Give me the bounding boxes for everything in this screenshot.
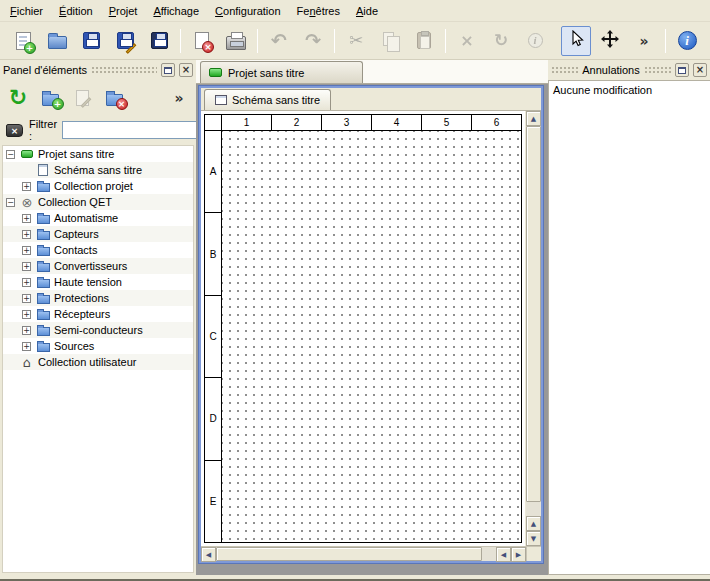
tree-expander-plus[interactable]: + [22, 246, 31, 255]
close-panel-button[interactable]: × [693, 63, 707, 77]
tab-schema-sans-titre[interactable]: Schéma sans titre [204, 89, 331, 110]
toolbar-overflow-button[interactable]: » [629, 26, 659, 56]
reload-collections-button[interactable]: ↻ [4, 84, 32, 112]
menu-configuration[interactable]: Configuration [207, 0, 288, 21]
tree-item-automatisme[interactable]: +Automatisme [3, 210, 193, 226]
save-as-button[interactable] [110, 26, 140, 56]
ruler-row-label: B [205, 213, 221, 295]
scroll-left-button-right[interactable]: ◀ [496, 547, 511, 562]
tree-item-label: Collection QET [38, 196, 116, 208]
close-file-button[interactable]: × [187, 26, 217, 56]
horizontal-scrollbar[interactable]: ◀ ◀ ▶ [201, 547, 526, 561]
paste-button[interactable] [409, 26, 439, 56]
tree-item-convertisseurs[interactable]: +Convertisseurs [3, 258, 193, 274]
dock-handle-texture[interactable] [91, 66, 157, 75]
scroll-down-button[interactable]: ▼ [526, 531, 541, 546]
tree-expander-minus[interactable]: − [6, 150, 15, 159]
menu-affichage[interactable]: Affichage [145, 0, 207, 21]
vertical-scrollbar-track[interactable] [526, 502, 541, 516]
tree-expander-plus[interactable]: + [22, 326, 31, 335]
dock-handle-texture[interactable] [644, 66, 671, 75]
tree-item-capteurs[interactable]: +Capteurs [3, 226, 193, 242]
tree-expander-plus[interactable]: + [22, 262, 31, 271]
menu-aide[interactable]: Aide [348, 0, 386, 21]
menu-fichier[interactable]: Fichier [2, 0, 51, 21]
menu-fenetres[interactable]: Fenêtres [289, 0, 348, 21]
close-panel-button[interactable]: × [179, 63, 193, 77]
float-panel-button[interactable] [675, 63, 689, 77]
diagram-tab-bar: Schéma sans titre [201, 88, 541, 111]
tree-expander-plus[interactable]: + [22, 182, 31, 191]
ruler-column-label: 5 [422, 115, 472, 130]
tree-item-semi-conducteurs[interactable]: +Semi-conducteurs [3, 322, 193, 338]
scroll-up-button-bottom[interactable]: ▲ [526, 516, 541, 531]
delete-button[interactable]: × [452, 26, 482, 56]
move-icon [601, 30, 619, 51]
tree-item-schema-sans-titre[interactable]: Schéma sans titre [3, 162, 193, 178]
cut-button[interactable]: ✂ [341, 26, 371, 56]
menu-projet[interactable]: Projet [101, 0, 146, 21]
tree-item-protections[interactable]: +Protections [3, 290, 193, 306]
save-all-button[interactable] [144, 26, 174, 56]
horizontal-scrollbar-track[interactable] [482, 547, 496, 561]
copy-button[interactable] [375, 26, 405, 56]
filter-input[interactable] [62, 121, 212, 139]
menu-edition[interactable]: Édition [51, 0, 101, 21]
select-mode-button[interactable] [561, 26, 591, 56]
folder-shape [37, 327, 50, 336]
move-mode-button[interactable] [595, 26, 625, 56]
float-panel-button[interactable] [161, 63, 175, 77]
tree-item-collection-projet[interactable]: +Collection projet [3, 178, 193, 194]
diagram-body: 123456 ABCDE ▲ [201, 111, 541, 546]
conductor-info-button[interactable]: i [520, 26, 550, 56]
scroll-left-button[interactable]: ◀ [201, 547, 216, 562]
panel-overflow-button[interactable]: » [170, 84, 188, 112]
folder-icon [35, 291, 51, 305]
folder-icon [35, 275, 51, 289]
new-element-button[interactable]: + [36, 84, 64, 112]
tree-item-projet-sans-titre[interactable]: −Projet sans titre [3, 146, 193, 162]
tree-item-collection-qet[interactable]: −⊗Collection QET [3, 194, 193, 210]
tree-item-haute-tension[interactable]: +Haute tension [3, 274, 193, 290]
vertical-scrollbar-thumb[interactable] [526, 126, 541, 502]
redo-button[interactable]: ↷ [298, 26, 328, 56]
tree-expander-minus[interactable]: − [6, 198, 15, 207]
element-tree[interactable]: −Projet sans titreSchéma sans titre+Coll… [2, 145, 194, 573]
horizontal-scrollbar-thumb[interactable] [216, 547, 482, 561]
qelectrotech-window: Fichier Édition Projet Affichage Configu… [0, 0, 710, 581]
arrow-up-icon: ▲ [531, 520, 536, 528]
tab-projet-sans-titre[interactable]: Projet sans titre [200, 61, 363, 83]
tree-item-recepteurs[interactable]: +Récepteurs [3, 306, 193, 322]
new-project-button[interactable]: + [8, 26, 38, 56]
tree-expander-plus[interactable]: + [22, 278, 31, 287]
tree-expander-plus[interactable]: + [22, 214, 31, 223]
delete-element-button[interactable]: × [100, 84, 128, 112]
main-toolbar: + × ↶ ↷ ✂ [0, 22, 710, 60]
tree-expander-plus[interactable]: + [22, 342, 31, 351]
edit-element-button[interactable] [68, 84, 96, 112]
clear-filter-icon: × [6, 124, 23, 137]
undo-history-list[interactable]: Aucune modification [548, 80, 710, 575]
about-info-button[interactable]: i [672, 26, 702, 56]
rotate-button[interactable]: ↻ [486, 26, 516, 56]
scroll-up-button[interactable]: ▲ [526, 111, 541, 126]
toolbar-separator [665, 29, 666, 53]
tree-item-collection-utilisateur[interactable]: ⌂Collection utilisateur [3, 354, 193, 370]
grid-area[interactable] [222, 131, 521, 542]
tree-expander-plus[interactable]: + [22, 230, 31, 239]
tree-expander-plus[interactable]: + [22, 310, 31, 319]
tree-item-contacts[interactable]: +Contacts [3, 242, 193, 258]
print-button[interactable] [221, 26, 251, 56]
scroll-right-button[interactable]: ▶ [511, 547, 526, 562]
dock-handle-texture[interactable] [551, 66, 578, 75]
undo-button[interactable]: ↶ [264, 26, 294, 56]
left-ruler: ABCDE [205, 131, 222, 542]
tree-item-label: Capteurs [54, 228, 103, 240]
clear-filter-button[interactable]: × [5, 120, 24, 140]
save-button[interactable] [76, 26, 106, 56]
tree-expander-plus[interactable]: + [22, 294, 31, 303]
tree-item-sources[interactable]: +Sources [3, 338, 193, 354]
vertical-scrollbar[interactable]: ▲ ▲ ▼ [526, 111, 541, 546]
diagram-viewport[interactable]: 123456 ABCDE [201, 111, 525, 546]
open-button[interactable] [42, 26, 72, 56]
